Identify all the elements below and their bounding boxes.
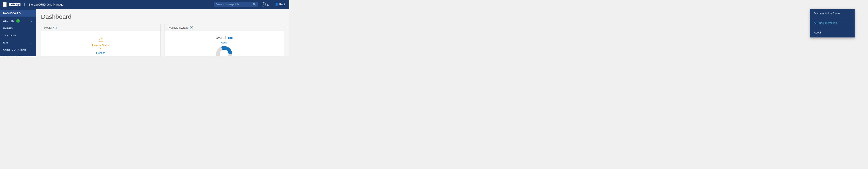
chevron-down-icon: ⌄ (31, 20, 33, 22)
page-title: Dashboard (41, 13, 284, 20)
sidebar-item-alerts[interactable]: ALERTS ✓ ⌄ (0, 17, 36, 25)
help-button[interactable]: ? ▲ (260, 2, 271, 7)
help-icon: ? (262, 2, 266, 6)
sidebar-item-label: ILM (3, 41, 8, 44)
license-count: 1 (100, 47, 102, 51)
sidebar-item-label: CONFIGURATION (3, 48, 26, 51)
storage-header-label: Available Storage (167, 26, 188, 29)
alerts-badge: ✓ (16, 19, 20, 23)
storage-info-icon[interactable]: i (190, 26, 193, 29)
health-info-icon[interactable]: i (54, 26, 57, 29)
netapp-logo: ■ NetApp (9, 3, 21, 6)
sidebar-item-dashboard[interactable]: DASHBOARD (0, 10, 36, 17)
sidebar-item-ilm[interactable]: ILM ⌄ (0, 39, 36, 46)
app-title: StorageGRID Grid Manager (29, 3, 64, 6)
navbar-right: 🔍 ? ▲ 👤 Root (214, 2, 287, 7)
navbar: ☰ ■ NetApp | StorageGRID Grid Manager 🔍 … (0, 0, 289, 9)
sidebar-item-label: NODES (3, 27, 13, 30)
sidebar-item-configuration[interactable]: CONFIGURATION (0, 46, 36, 53)
main-layout: DASHBOARD ALERTS ✓ ⌄ NODES TENANTS ILM ⌄… (0, 9, 289, 56)
main-content: Dashboard Health i ⚠ License Status 1 Li… (36, 9, 289, 56)
license-link[interactable]: License (96, 51, 105, 54)
user-menu-button[interactable]: 👤 Root (273, 2, 287, 7)
health-card: Health i ⚠ License Status 1 License (41, 24, 161, 56)
storage-card-header: Available Storage i (164, 24, 284, 31)
sidebar-item-label: MAINTENANCE (3, 55, 23, 56)
sidebar-item-label: ALERTS (3, 19, 14, 22)
storage-card-body: Overall ▮▮▮ Used (164, 31, 284, 56)
license-status-label: License Status (92, 44, 110, 47)
sidebar-item-nodes[interactable]: NODES (0, 25, 36, 32)
warning-icon: ⚠ (98, 36, 104, 43)
brand-divider: | (24, 3, 25, 6)
hamburger-button[interactable]: ☰ (3, 2, 7, 7)
storage-card: Available Storage i Overall ▮▮▮ Used (164, 24, 284, 56)
help-caret: ▲ (267, 3, 269, 6)
sidebar-item-tenants[interactable]: TENANTS (0, 32, 36, 39)
search-input[interactable] (216, 3, 253, 6)
user-label: Root (279, 3, 285, 6)
overall-label: Overall (215, 36, 226, 39)
donut-chart (215, 45, 233, 56)
sidebar-item-maintenance[interactable]: MAINTENANCE (0, 53, 36, 56)
search-box: 🔍 (214, 2, 258, 7)
health-card-header: Health i (41, 24, 160, 31)
sidebar-item-label: TENANTS (3, 34, 16, 37)
cards-row: Health i ⚠ License Status 1 License Avai… (41, 24, 284, 56)
search-icon[interactable]: 🔍 (253, 3, 256, 6)
health-header-label: Health (44, 26, 52, 29)
used-label: Used (221, 41, 227, 44)
alerts-inner: ALERTS ✓ (3, 19, 20, 23)
brand: ■ NetApp | StorageGRID Grid Manager (9, 3, 64, 6)
sidebar: DASHBOARD ALERTS ✓ ⌄ NODES TENANTS ILM ⌄… (0, 9, 36, 56)
user-icon: 👤 (275, 3, 278, 6)
chevron-down-icon: ⌄ (31, 41, 33, 44)
health-card-body: ⚠ License Status 1 License (41, 31, 160, 56)
storage-overall: Overall ▮▮▮ (215, 36, 233, 39)
bar-chart-icon: ▮▮▮ (227, 36, 233, 39)
sidebar-item-label: DASHBOARD (3, 12, 21, 15)
